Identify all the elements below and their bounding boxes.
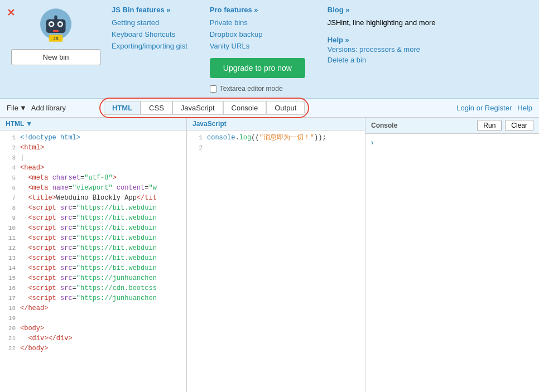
dropbox-backup-link[interactable]: Dropbox backup xyxy=(210,30,305,38)
jsbin-features-col: JS Bin features » Getting started Keyboa… xyxy=(112,6,187,93)
code-line-9: 9 <script src="https://bit.webduin xyxy=(0,213,186,223)
code-line-17: 17 <script src="https://junhuanchen xyxy=(0,293,186,303)
jsbin-logo: JS xyxy=(36,6,75,45)
html-panel: HTML ▼ 1<!doctype html> 2<html> 3| 4<hea… xyxy=(0,118,187,392)
code-line-12: 12 <script src="https://bit.webduin xyxy=(0,243,186,253)
html-panel-dropdown-icon[interactable]: ▼ xyxy=(26,120,32,128)
tab-console[interactable]: Console xyxy=(223,101,267,115)
tab-group: HTML CSS JavaScript Console Output xyxy=(104,101,305,115)
console-buttons: Run Clear xyxy=(477,120,533,131)
file-label: File xyxy=(7,104,18,112)
svg-point-5 xyxy=(59,23,61,26)
exporting-link[interactable]: Exporting/importing gist xyxy=(112,42,187,50)
console-output: › xyxy=(365,134,539,392)
code-line-16: 16 <script src="https://cdn.bootcss xyxy=(0,283,186,293)
private-bins-link[interactable]: Private bins xyxy=(210,18,305,27)
pro-features-col: Pro features » Private bins Dropbox back… xyxy=(210,6,305,93)
code-line-1: 1<!doctype html> xyxy=(0,133,186,143)
nav-columns: JS Bin features » Getting started Keyboa… xyxy=(112,6,528,93)
console-panel: Console Run Clear › xyxy=(365,118,539,392)
help-link[interactable]: Help xyxy=(517,104,532,112)
code-line-14: 14 <script src="https://bit.webduin xyxy=(0,263,186,273)
svg-text:JS: JS xyxy=(53,36,59,41)
html-editor[interactable]: 1<!doctype html> 2<html> 3| 4<head> 5 <m… xyxy=(0,130,186,392)
js-panel: JavaScript 1 console.log(("消息即为一切！")); 2 xyxy=(187,118,365,392)
js-panel-header: JavaScript xyxy=(187,118,365,130)
vanity-urls-link[interactable]: Vanity URLs xyxy=(210,42,305,50)
versions-link[interactable]: Versions: processors & more xyxy=(328,45,436,54)
html-panel-header: HTML ▼ xyxy=(0,118,186,130)
code-line-7: 7 <title>Webduino Blockly App</tit xyxy=(0,193,186,203)
code-line-19: 19 xyxy=(0,313,186,323)
code-line-3: 3| xyxy=(0,153,186,163)
code-line-2: 2<html> xyxy=(0,143,186,153)
code-line-18: 18</head> xyxy=(0,303,186,313)
tab-output[interactable]: Output xyxy=(266,101,305,115)
editor-area: HTML ▼ 1<!doctype html> 2<html> 3| 4<hea… xyxy=(0,118,539,392)
code-line-5: 5 <meta charset="utf-8"> xyxy=(0,173,186,183)
code-line-15: 15 <script src="https://junhuanchen xyxy=(0,273,186,283)
code-line-13: 13 <script src="https://bit.webduin xyxy=(0,253,186,263)
file-dropdown-icon: ▼ xyxy=(20,104,27,112)
jsbin-features-title: JS Bin features » xyxy=(112,6,187,14)
file-menu[interactable]: File ▼ xyxy=(7,104,27,112)
code-line-11: 11 <script src="https://bit.webduin xyxy=(0,233,186,243)
help-title: Help » xyxy=(328,36,436,44)
logo-area: JS New bin xyxy=(11,6,100,65)
svg-rect-7 xyxy=(54,16,57,21)
code-line-21: 21 <div></div> xyxy=(0,333,186,343)
pro-features-title: Pro features » xyxy=(210,6,305,14)
html-panel-title: HTML xyxy=(6,120,24,128)
code-line-10: 10 <script src="https://bit.webduin xyxy=(0,223,186,233)
svg-point-4 xyxy=(50,23,53,26)
delete-bin-link[interactable]: Delete a bin xyxy=(328,56,436,64)
console-arrow: › xyxy=(370,138,374,147)
js-editor[interactable]: 1 console.log(("消息即为一切！")); 2 xyxy=(187,130,365,392)
tab-html[interactable]: HTML xyxy=(104,101,141,115)
keyboard-shortcuts-link[interactable]: Keyboard Shortcuts xyxy=(112,30,187,38)
code-line-4: 4<head> xyxy=(0,163,186,173)
tab-css[interactable]: CSS xyxy=(141,101,172,115)
new-bin-button[interactable]: New bin xyxy=(11,49,100,65)
textarea-mode-checkbox[interactable] xyxy=(210,85,217,93)
clear-button[interactable]: Clear xyxy=(505,120,533,131)
login-register-link[interactable]: Login or Register xyxy=(456,104,512,112)
toolbar-right: Login or Register Help xyxy=(456,104,532,112)
blog-col: Blog » JSHint, line highlighting and mor… xyxy=(328,6,436,93)
code-line-8: 8 <script src="https://bit.webduin xyxy=(0,203,186,213)
textarea-mode-label: Textarea editor mode xyxy=(220,85,283,93)
close-button[interactable]: ✕ xyxy=(7,7,15,19)
add-library-button[interactable]: Add library xyxy=(31,104,66,112)
js-code-line-1: 1 console.log(("消息即为一切！")); xyxy=(187,133,365,143)
upgrade-button[interactable]: Upgrade to pro now xyxy=(210,58,305,78)
toolbar: File ▼ Add library HTML CSS JavaScript C… xyxy=(0,99,539,118)
blog-link[interactable]: JSHint, line highlighting and more xyxy=(328,18,436,27)
svg-rect-6 xyxy=(53,30,59,32)
top-navigation: JS New bin JS Bin features » Getting sta… xyxy=(0,0,539,99)
getting-started-link[interactable]: Getting started xyxy=(112,18,187,27)
code-line-22: 22</body> xyxy=(0,343,186,354)
console-title: Console xyxy=(371,122,397,129)
code-line-20: 20<body> xyxy=(0,323,186,333)
js-code-line-2: 2 xyxy=(187,143,365,153)
code-line-6: 6 <meta name="viewport" content="w xyxy=(0,183,186,193)
console-header: Console Run Clear xyxy=(365,118,539,134)
blog-title: Blog » xyxy=(328,6,436,14)
run-button[interactable]: Run xyxy=(477,120,502,131)
js-panel-title: JavaScript xyxy=(192,120,227,128)
tab-javascript[interactable]: JavaScript xyxy=(172,101,223,115)
